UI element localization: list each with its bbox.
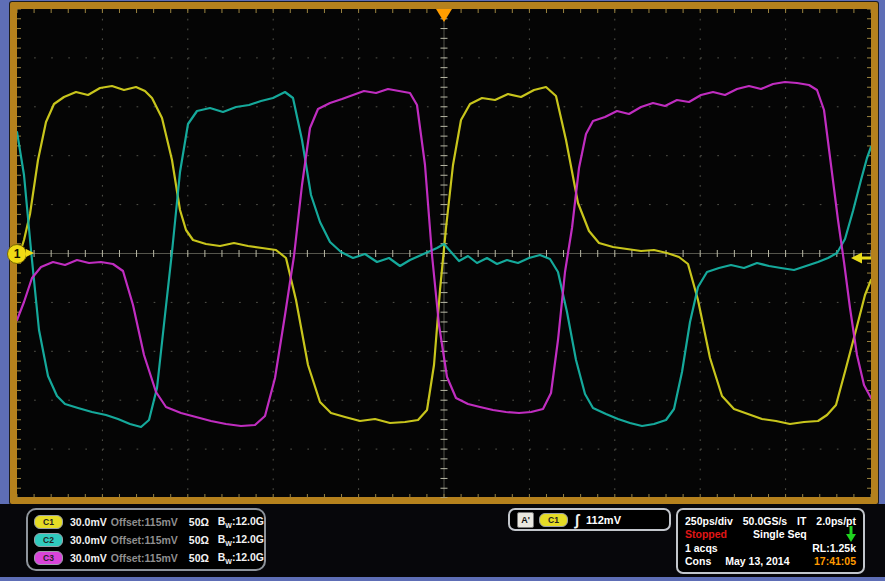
c1-termination: 50Ω <box>189 516 218 528</box>
acquisition-panel[interactable]: 250ps/div 50.0GS/s IT 2.0ps/pt Stopped S… <box>676 508 865 574</box>
acq-count-row: 1 acqs RL:1.25k <box>685 541 856 554</box>
date-value: May 13, 2014 <box>725 555 789 567</box>
sample-rate-value: 50.0GS/s <box>743 515 787 527</box>
channel-c3-badge[interactable]: C3 <box>34 551 63 565</box>
trigger-arrow-icon <box>846 526 856 543</box>
waveform-display[interactable] <box>17 9 871 498</box>
run-status: Stopped <box>685 528 727 540</box>
record-length: RL:1.25k <box>812 542 856 554</box>
console-label: Cons <box>685 555 711 567</box>
c2-offset: Offset:115mV <box>111 534 189 546</box>
c2-termination: 50Ω <box>189 534 218 546</box>
trigger-source-badge[interactable]: C1 <box>539 513 568 527</box>
acq-count: 1 acqs <box>685 542 718 554</box>
trigger-level-line <box>862 257 871 260</box>
rising-edge-icon: ∫ <box>575 511 579 528</box>
c2-bandwidth: BW:12.0G <box>218 533 264 547</box>
acq-mode: IT <box>797 515 806 527</box>
sequence-mode: Single Seq <box>753 528 807 540</box>
channel-1-marker-arrow-icon <box>26 249 34 257</box>
trigger-readout-panel[interactable]: A' C1 ∫ 112mV <box>508 508 671 531</box>
trigger-a-badge[interactable]: A' <box>517 512 534 528</box>
trigger-level-arrow[interactable] <box>851 253 862 264</box>
channel-c2-badge[interactable]: C2 <box>34 533 63 547</box>
channel-readout-panel[interactable]: C1 30.0mV Offset:115mV 50Ω BW:12.0G C2 3… <box>26 508 266 571</box>
oscilloscope-screen: 1 C1 30.0mV Offset:115mV 50Ω BW:12.0G C2… <box>0 0 885 581</box>
channel-row-c3[interactable]: C3 30.0mV Offset:115mV 50Ω BW:12.0G <box>34 549 264 567</box>
timebase-row: 250ps/div 50.0GS/s IT 2.0ps/pt <box>685 514 856 527</box>
channel-1-reference-marker[interactable]: 1 <box>7 244 27 264</box>
c3-termination: 50Ω <box>189 552 218 564</box>
channel-row-c1[interactable]: C1 30.0mV Offset:115mV 50Ω BW:12.0G <box>34 513 264 531</box>
status-bar: C1 30.0mV Offset:115mV 50Ω BW:12.0G C2 3… <box>0 504 885 577</box>
c1-bandwidth: BW:12.0G <box>218 515 264 529</box>
c1-scale: 30.0mV <box>70 516 111 528</box>
time-value: 17:41:05 <box>814 555 856 567</box>
c1-offset: Offset:115mV <box>111 516 189 528</box>
trigger-level-value: 112mV <box>586 514 621 526</box>
c2-scale: 30.0mV <box>70 534 111 546</box>
run-status-row: Stopped Single Seq <box>685 528 856 541</box>
date-time-row: Cons May 13, 2014 17:41:05 <box>685 555 856 568</box>
c3-scale: 30.0mV <box>70 552 111 564</box>
timebase-value: 250ps/div <box>685 515 733 527</box>
c3-bandwidth: BW:12.0G <box>218 551 264 565</box>
channel-row-c2[interactable]: C2 30.0mV Offset:115mV 50Ω BW:12.0G <box>34 531 264 549</box>
c3-offset: Offset:115mV <box>111 552 189 564</box>
trigger-position-marker[interactable] <box>436 9 452 22</box>
channel-c1-badge[interactable]: C1 <box>34 515 63 529</box>
